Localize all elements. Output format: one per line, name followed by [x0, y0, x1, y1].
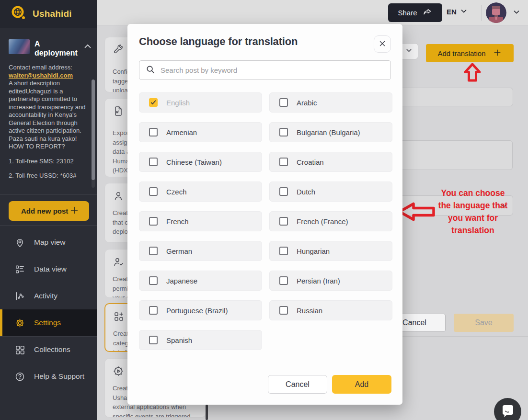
sidebar-item-label: Help & Support: [34, 372, 84, 381]
brand[interactable]: Ushahidi: [0, 0, 97, 28]
search-input[interactable]: [161, 66, 385, 74]
chevron-up-icon[interactable]: [82, 41, 93, 54]
plus-icon: [493, 48, 502, 59]
add-translation-label: Add translation: [437, 49, 485, 57]
checkbox[interactable]: [279, 276, 288, 285]
sidebar-scrollbar[interactable]: [92, 79, 95, 188]
sidebar-item-help-support[interactable]: Help & Support: [0, 363, 97, 390]
language-label: Dutch: [297, 188, 315, 196]
divider: [0, 336, 97, 337]
language-option-russian[interactable]: Russian: [269, 300, 392, 320]
sidebar-item-map-view[interactable]: Map view: [0, 229, 97, 256]
language-option-french-france-[interactable]: French (France): [269, 211, 392, 231]
checkbox[interactable]: [149, 247, 158, 255]
sidebar: Ushahidi A deployment Contact email addr…: [0, 0, 97, 420]
dialog-cancel-button[interactable]: Cancel: [268, 375, 327, 394]
language-option-hungarian[interactable]: Hungarian: [269, 241, 392, 261]
export-icon: [113, 105, 124, 117]
roles-icon: [113, 256, 124, 270]
language-label: German: [166, 247, 192, 255]
add-new-post-button[interactable]: Add new post: [9, 201, 89, 221]
arrow-left-annotation-icon: [397, 201, 436, 225]
deployment-description: A short description editedUchaguzi is a …: [9, 79, 90, 188]
user-icon: [113, 190, 124, 204]
language-option-armenian[interactable]: Armenian: [139, 122, 262, 142]
language-option-arabic[interactable]: Arabic: [269, 92, 392, 113]
webhooks-icon: [113, 365, 124, 379]
language-label: Japanese: [166, 277, 197, 285]
share-button[interactable]: Share: [388, 3, 442, 22]
language-option-bulgarian-bulgaria-[interactable]: Bulgarian (Bulgaria): [269, 122, 392, 142]
report-line: 3. Twitter hashtags:: [9, 187, 90, 188]
language-label: English: [166, 99, 190, 107]
language-option-czech[interactable]: Czech: [139, 182, 262, 202]
checkbox[interactable]: [279, 247, 288, 255]
deployment-thumbnail: [9, 39, 30, 54]
share-icon: [422, 7, 433, 18]
tutorial-note-line: you want for: [431, 212, 515, 224]
close-icon: [378, 39, 387, 49]
checkbox[interactable]: [279, 128, 288, 136]
help-circle-icon: [14, 371, 25, 382]
sidebar-item-collections[interactable]: Collections: [0, 336, 97, 363]
add-translation-button[interactable]: Add translation: [426, 44, 514, 62]
language-option-japanese[interactable]: Japanese: [139, 271, 262, 291]
categories-icon: [113, 311, 125, 322]
deployment-header[interactable]: A deployment: [0, 28, 97, 57]
sidebar-item-activity[interactable]: Activity: [0, 283, 97, 309]
checkbox[interactable]: [149, 187, 158, 196]
export-icon: [113, 105, 124, 124]
wrench-icon: [113, 44, 124, 56]
checkbox[interactable]: [149, 217, 158, 226]
contact-email-link[interactable]: walter@ushahidi.com: [9, 72, 73, 79]
checkbox[interactable]: [149, 128, 158, 136]
dialog-add-button[interactable]: Add: [332, 375, 391, 394]
arrow-up-annotation-icon: [462, 62, 483, 85]
checkbox[interactable]: [279, 217, 288, 226]
checkbox[interactable]: [149, 306, 158, 315]
checkbox[interactable]: [279, 158, 288, 166]
sidebar-item-label: Settings: [34, 318, 61, 327]
description-text: A short description editedUchaguzi is a …: [9, 79, 90, 151]
sidebar-item-label: Activity: [34, 292, 57, 300]
scrollbar-thumb[interactable]: [92, 79, 95, 180]
language-option-persian-iran-[interactable]: Persian (Iran): [269, 271, 392, 291]
language-option-chinese-taiwan-[interactable]: Chinese (Taiwan): [139, 152, 262, 172]
chat-launcher-button[interactable]: [494, 398, 521, 420]
close-button[interactable]: [374, 35, 391, 53]
brand-name: Ushahidi: [33, 9, 72, 19]
user-icon: [113, 190, 124, 202]
language-option-dutch[interactable]: Dutch: [269, 182, 392, 202]
share-label: Share: [398, 9, 417, 17]
tutorial-note-line: the language that: [431, 199, 515, 212]
language-switcher[interactable]: EN: [447, 7, 468, 17]
account-menu[interactable]: [486, 2, 521, 23]
checkbox[interactable]: [149, 276, 158, 285]
language-option-spanish[interactable]: Spanish: [139, 330, 262, 350]
checkbox[interactable]: [149, 158, 158, 166]
checkbox[interactable]: [279, 187, 288, 196]
checkbox[interactable]: [279, 306, 288, 315]
categories-icon: [113, 311, 125, 324]
sidebar-item-settings[interactable]: Settings: [0, 309, 97, 336]
deployment-name: A deployment: [34, 39, 78, 57]
form-save-button: Save: [454, 314, 514, 332]
search-icon: [145, 64, 156, 77]
language-label: French (France): [297, 217, 348, 226]
chat-bubble-icon: [501, 404, 515, 420]
divider: [0, 194, 97, 195]
chevron-down-icon: [405, 46, 413, 57]
tutorial-note-line: translation: [431, 224, 515, 237]
content-scrollbar-thumb[interactable]: [206, 405, 208, 420]
language-option-croatian[interactable]: Croatian: [269, 152, 392, 172]
language-option-portuguese-brazil-[interactable]: Portuguese (Brazil): [139, 300, 262, 320]
language-option-french[interactable]: French: [139, 211, 262, 231]
language-option-german[interactable]: German: [139, 241, 262, 261]
checkbox[interactable]: [279, 98, 288, 107]
checkbox: [149, 98, 158, 107]
sidebar-item-data-view[interactable]: Data view: [0, 256, 97, 283]
collections-grid-icon: [14, 344, 25, 355]
topbar: Share EN: [97, 0, 528, 25]
ushahidi-app: Share EN Ushahidi: [0, 0, 528, 420]
checkbox[interactable]: [149, 336, 158, 344]
